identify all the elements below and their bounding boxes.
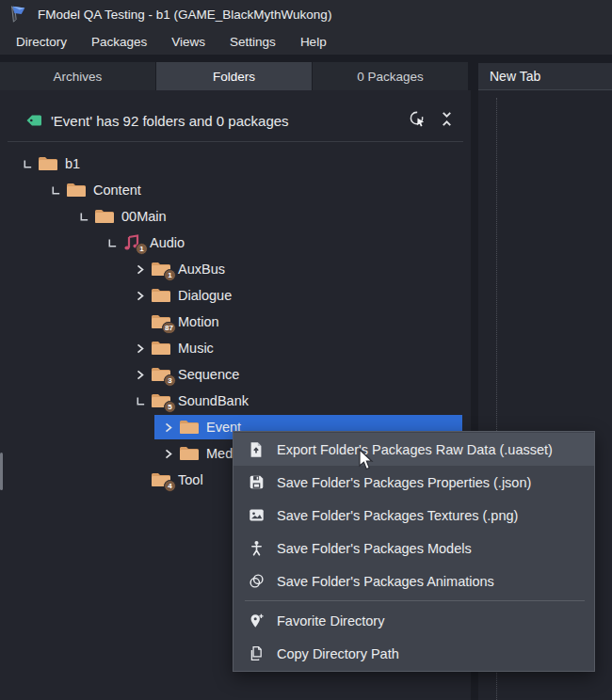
menubar-item-views[interactable]: Views <box>159 31 217 53</box>
folder-icon <box>94 208 115 225</box>
folder-icon: 4 <box>151 471 171 488</box>
folder-icon <box>66 182 87 199</box>
new-tab-label: New Tab <box>490 69 540 84</box>
locate-click-icon[interactable] <box>409 110 427 132</box>
expand-toggle-open-icon[interactable] <box>19 156 36 171</box>
left-scrollbar-thumb[interactable] <box>0 453 3 490</box>
tree-item-label: Dialogue <box>178 288 232 303</box>
context-menu-item-label: Favorite Directory <box>277 613 384 628</box>
image-icon <box>247 506 266 525</box>
expand-toggle-closed-icon[interactable] <box>132 341 149 356</box>
tree-item-motion[interactable]: 87Motion <box>0 309 471 335</box>
folder-context-menu: Export Folder's Packages Raw Data (.uass… <box>233 431 595 672</box>
context-menu-item-label: Save Folder's Packages Animations <box>277 574 494 589</box>
tree-item-b1[interactable]: b1 <box>0 151 471 177</box>
tree-item-label: AuxBus <box>178 262 225 277</box>
left-tab-group: ArchivesFolders0 Packages <box>0 62 471 90</box>
context-menu-item-save-folder-s-packages-models[interactable]: Save Folder's Packages Models <box>234 532 594 565</box>
folder-icon <box>38 155 58 172</box>
tree-item-sequence[interactable]: 3Sequence <box>0 361 471 388</box>
tree-item-music[interactable]: Music <box>0 335 471 361</box>
context-menu-item-favorite-directory[interactable]: Favorite Directory <box>234 604 594 637</box>
tree-item-dialogue[interactable]: Dialogue <box>0 282 471 309</box>
context-menu-item-save-folder-s-packages-properties-json[interactable]: Save Folder's Packages Properties (.json… <box>234 466 594 499</box>
expand-toggle-empty <box>132 472 149 487</box>
expand-toggle-open-icon[interactable] <box>132 393 149 408</box>
tree-item-label: Music <box>178 341 214 356</box>
context-menu-item-copy-directory-path[interactable]: Copy Directory Path <box>234 637 594 670</box>
context-menu-item-label: Save Folder's Packages Properties (.json… <box>277 475 531 490</box>
tab-0-packages[interactable]: 0 Packages <box>313 62 469 90</box>
fmodel-logo-icon <box>8 4 28 24</box>
menu-bar: DirectoryPackagesViewsSettingsHelp <box>0 28 612 55</box>
folder-icon: 87 <box>151 313 171 330</box>
context-menu-item-export-folder-s-packages-raw-data-uasset[interactable]: Export Folder's Packages Raw Data (.uass… <box>234 433 594 466</box>
expand-toggle-closed-icon[interactable] <box>160 446 177 461</box>
status-icons <box>409 103 454 137</box>
context-menu-item-save-folder-s-packages-textures-png[interactable]: Save Folder's Packages Textures (.png) <box>234 499 594 532</box>
tree-item-label: 00Main <box>121 209 167 224</box>
tree-item-label: Motion <box>178 314 219 329</box>
person-icon <box>247 539 266 558</box>
menubar-item-packages[interactable]: Packages <box>79 31 159 53</box>
menubar-item-directory[interactable]: Directory <box>4 31 79 53</box>
title-bar: FModel QA Testing - b1 (GAME_BlackMythWu… <box>0 0 612 28</box>
tree-item-label: Content <box>93 183 141 198</box>
count-badge: 1 <box>136 243 148 255</box>
fmodel-window: FModel QA Testing - b1 (GAME_BlackMythWu… <box>0 0 612 700</box>
tree-item-audio[interactable]: 1Audio <box>0 230 471 256</box>
tree-item-label: Tool <box>178 472 203 487</box>
count-badge: 4 <box>164 480 176 492</box>
context-menu-item-label: Save Folder's Packages Textures (.png) <box>277 508 518 523</box>
context-menu-item-label: Export Folder's Packages Raw Data (.uass… <box>277 442 553 457</box>
tree-item-soundbank[interactable]: 5SoundBank <box>0 388 471 414</box>
mouse-cursor <box>359 449 375 475</box>
expand-toggle-closed-icon[interactable] <box>160 420 177 435</box>
status-row: 'Event' has 92 folders and 0 packages <box>0 103 471 137</box>
folder-icon: 1 <box>151 261 171 278</box>
status-text: 'Event' has 92 folders and 0 packages <box>51 113 289 129</box>
menubar-item-settings[interactable]: Settings <box>217 31 288 53</box>
window-title: FModel QA Testing - b1 (GAME_BlackMythWu… <box>38 8 331 22</box>
expand-toggle-closed-icon[interactable] <box>132 367 149 382</box>
expand-toggle-closed-icon[interactable] <box>132 262 149 277</box>
tab-folders[interactable]: Folders <box>156 62 313 90</box>
folder-icon <box>179 419 200 436</box>
tree-item-label: Sequence <box>178 367 239 382</box>
tree-item-label: b1 <box>65 156 80 171</box>
expand-toggle-open-icon[interactable] <box>104 235 121 250</box>
tree-item-label: Med <box>206 446 233 461</box>
expand-toggle-open-icon[interactable] <box>75 209 92 224</box>
count-badge: 1 <box>164 269 176 281</box>
music-note-icon: 1 <box>122 234 143 251</box>
folder-icon <box>151 287 171 304</box>
expand-toggle-empty <box>132 314 149 329</box>
menubar-item-help[interactable]: Help <box>288 31 339 53</box>
tree-item-content[interactable]: Content <box>0 177 471 203</box>
context-menu-separator <box>245 600 585 601</box>
pin-plus-icon <box>247 612 266 630</box>
collapse-all-icon[interactable] <box>440 111 454 131</box>
context-menu-item-save-folder-s-packages-animations[interactable]: Save Folder's Packages Animations <box>234 565 594 597</box>
tag-icon <box>24 112 43 129</box>
count-badge: 87 <box>162 322 176 334</box>
context-menu-item-label: Copy Directory Path <box>277 646 399 661</box>
folder-icon <box>151 340 171 357</box>
count-badge: 5 <box>164 401 176 413</box>
tab-new-tab[interactable]: New Tab <box>478 63 612 90</box>
tab-archives[interactable]: Archives <box>0 62 156 90</box>
copy-icon <box>247 644 266 663</box>
expand-toggle-closed-icon[interactable] <box>132 288 149 303</box>
status-divider <box>8 141 463 142</box>
folder-icon: 3 <box>151 366 171 383</box>
export-file-icon <box>247 440 266 459</box>
expand-toggle-open-icon[interactable] <box>47 183 64 198</box>
context-menu-item-label: Save Folder's Packages Models <box>277 541 472 556</box>
tree-item-label: SoundBank <box>178 393 249 408</box>
animation-icon <box>247 572 266 591</box>
tab-strip: ArchivesFolders0 Packages New Tab <box>0 55 612 90</box>
tree-item-00main[interactable]: 00Main <box>0 203 471 230</box>
folder-icon: 5 <box>151 392 171 409</box>
tree-item-auxbus[interactable]: 1AuxBus <box>0 256 471 282</box>
tree-item-label: Audio <box>150 235 185 250</box>
